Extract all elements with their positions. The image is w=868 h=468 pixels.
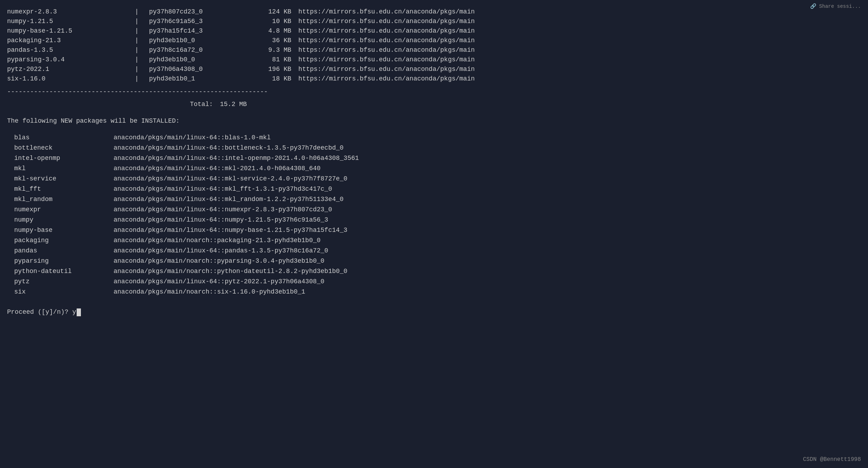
package-build: py37h807cd23_0 [149,7,249,17]
install-row: mkl_fftanaconda/pkgs/main/linux-64::mkl_… [14,184,861,194]
table-row: pyparsing-3.0.4 | pyhd3eb1b0_0 81 KBhttp… [7,55,861,65]
install-package-name: numexpr [14,205,114,214]
install-package-path: anaconda/pkgs/main/noarch::python-dateut… [114,267,347,276]
install-package-path: anaconda/pkgs/main/noarch::packaging-21.… [114,236,320,245]
table-row: pandas-1.3.5 | py37h8c16a72_0 9.3 MBhttp… [7,45,861,55]
install-row: bottleneckanaconda/pkgs/main/linux-64::b… [14,143,861,153]
install-row: numpy-baseanaconda/pkgs/main/linux-64::n… [14,225,861,235]
total-label: Total: [7,100,220,109]
install-package-path: anaconda/pkgs/main/linux-64::numpy-1.21.… [114,215,328,225]
install-package-path: anaconda/pkgs/main/linux-64::pytz-2022.1… [114,277,324,286]
col-separator: | [135,17,149,26]
notice-text: The following NEW packages will be INSTA… [7,116,861,126]
col-separator: | [135,55,149,65]
install-package-name: packaging [14,236,114,245]
install-package-path: anaconda/pkgs/main/linux-64::bottleneck-… [114,143,344,153]
table-row: pytz-2022.1 | py37h06a4308_0 196 KBhttps… [7,65,861,74]
install-row: blasanaconda/pkgs/main/linux-64::blas-1.… [14,133,861,143]
install-package-path: anaconda/pkgs/main/linux-64::pandas-1.3.… [114,246,328,256]
package-name: six-1.16.0 [7,74,135,84]
install-package-name: numpy-base [14,225,114,235]
install-package-name: six [14,287,114,297]
terminal: numexpr-2.8.3 | py37h807cd23_0 124 KBhtt… [0,0,868,324]
install-row: numexpranaconda/pkgs/main/linux-64::nume… [14,205,861,214]
table-row: six-1.16.0 | pyhd3eb1b0_1 18 KBhttps://m… [7,74,861,84]
package-name: pytz-2022.1 [7,65,135,74]
package-name: numexpr-2.8.3 [7,7,135,17]
prompt-text: Proceed ([y]/n)? y [7,307,76,317]
install-row: packaginganaconda/pkgs/main/noarch::pack… [14,236,861,245]
package-url: https://mirrors.bfsu.edu.cn/anaconda/pkg… [291,36,475,45]
package-size: 4.8 MB [249,26,291,36]
install-row: pandasanaconda/pkgs/main/linux-64::panda… [14,246,861,256]
col-separator: | [135,45,149,55]
install-row: python-dateutilanaconda/pkgs/main/noarch… [14,267,861,276]
col-separator: | [135,36,149,45]
share-session-button[interactable]: 🔗 Share sessi... [810,3,861,10]
package-build: py37h6c91a56_3 [149,17,249,26]
install-package-name: mkl-service [14,174,114,184]
package-build: py37ha15fc14_3 [149,26,249,36]
package-size: 81 KB [249,55,291,65]
package-size: 9.3 MB [249,45,291,55]
package-build: pyhd3eb1b0_1 [149,74,249,84]
prompt-line[interactable]: Proceed ([y]/n)? y [7,307,861,317]
package-build: py37h8c16a72_0 [149,45,249,55]
col-separator: | [135,7,149,17]
install-package-name: mkl_fft [14,184,114,194]
install-row: mkl-serviceanaconda/pkgs/main/linux-64::… [14,174,861,184]
install-package-name: intel-openmp [14,154,114,163]
install-row: pyparsinganaconda/pkgs/main/noarch::pypa… [14,256,861,266]
package-url: https://mirrors.bfsu.edu.cn/anaconda/pkg… [291,26,475,36]
table-row: numpy-base-1.21.5 | py37ha15fc14_3 4.8 M… [7,26,861,36]
package-build: pyhd3eb1b0_0 [149,36,249,45]
package-url: https://mirrors.bfsu.edu.cn/anaconda/pkg… [291,17,475,26]
install-package-path: anaconda/pkgs/main/linux-64::mkl_fft-1.3… [114,184,332,194]
package-url: https://mirrors.bfsu.edu.cn/anaconda/pkg… [291,74,475,84]
col-separator: | [135,74,149,84]
package-build: py37h06a4308_0 [149,65,249,74]
install-row: pytzanaconda/pkgs/main/linux-64::pytz-20… [14,277,861,286]
install-package-name: pytz [14,277,114,286]
install-package-name: pyparsing [14,256,114,266]
package-name: packaging-21.3 [7,36,135,45]
package-table: numexpr-2.8.3 | py37h807cd23_0 124 KBhtt… [7,7,861,84]
package-name: numpy-base-1.21.5 [7,26,135,36]
package-size: 196 KB [249,65,291,74]
table-row: numpy-1.21.5 | py37h6c91a56_3 10 KBhttps… [7,17,861,26]
package-size: 18 KB [249,74,291,84]
package-size: 36 KB [249,36,291,45]
watermark: CSDN @Bennett1998 [803,455,861,464]
install-package-name: blas [14,133,114,143]
install-package-path: anaconda/pkgs/main/noarch::six-1.16.0-py… [114,287,305,297]
install-package-path: anaconda/pkgs/main/linux-64::numpy-base-… [114,225,347,235]
install-package-name: mkl [14,164,114,173]
install-package-path: anaconda/pkgs/main/linux-64::mkl-service… [114,174,347,184]
install-package-path: anaconda/pkgs/main/linux-64::numexpr-2.8… [114,205,332,214]
install-row: sixanaconda/pkgs/main/noarch::six-1.16.0… [14,287,861,297]
cursor [77,308,81,316]
install-package-name: mkl_random [14,195,114,204]
install-package-path: anaconda/pkgs/main/noarch::pyparsing-3.0… [114,256,324,266]
total-value: 15.2 MB [220,100,247,109]
total-row: Total: 15.2 MB [7,100,861,109]
package-size: 124 KB [249,7,291,17]
install-package-name: bottleneck [14,143,114,153]
install-package-name: python-dateutil [14,267,114,276]
package-url: https://mirrors.bfsu.edu.cn/anaconda/pkg… [291,7,475,17]
install-row: mkl_randomanaconda/pkgs/main/linux-64::m… [14,195,861,204]
table-row: packaging-21.3 | pyhd3eb1b0_0 36 KBhttps… [7,36,861,45]
table-row: numexpr-2.8.3 | py37h807cd23_0 124 KBhtt… [7,7,861,17]
package-size: 10 KB [249,17,291,26]
package-name: numpy-1.21.5 [7,17,135,26]
install-package-path: anaconda/pkgs/main/linux-64::mkl_random-… [114,195,344,204]
package-url: https://mirrors.bfsu.edu.cn/anaconda/pkg… [291,55,475,65]
install-row: numpyanaconda/pkgs/main/linux-64::numpy-… [14,215,861,225]
install-list: blasanaconda/pkgs/main/linux-64::blas-1.… [14,133,861,297]
package-url: https://mirrors.bfsu.edu.cn/anaconda/pkg… [291,65,475,74]
col-separator: | [135,65,149,74]
install-row: mklanaconda/pkgs/main/linux-64::mkl-2021… [14,164,861,173]
install-package-path: anaconda/pkgs/main/linux-64::mkl-2021.4.… [114,164,320,173]
install-package-path: anaconda/pkgs/main/linux-64::blas-1.0-mk… [114,133,271,143]
package-url: https://mirrors.bfsu.edu.cn/anaconda/pkg… [291,45,475,55]
